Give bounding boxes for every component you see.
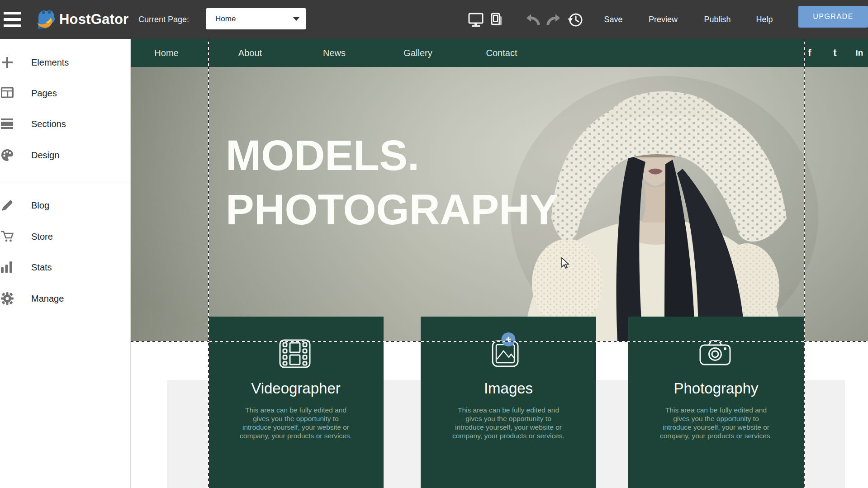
feature-card-videographer[interactable]: Videographer This area can be fully edit… [208,317,384,488]
preview-button[interactable]: Preview [649,0,678,39]
site-nav-gallery[interactable]: Gallery [403,39,432,67]
gear-icon [1,292,14,305]
pencil-icon [1,199,14,212]
card-body: This area can be fully edited and gives … [659,406,773,441]
site-nav-contact[interactable]: Contact [486,39,517,67]
twitter-icon[interactable]: t [833,39,836,67]
site-nav-about[interactable]: About [238,39,262,67]
hero-title-line2: PHOTOGRAPHY [226,183,558,237]
image-plus-icon: + [491,339,526,368]
page-select-value: Home [215,8,236,29]
add-image-badge: + [502,332,516,346]
selection-guide-left [208,39,209,488]
upgrade-button[interactable]: UPGRADE [798,6,868,28]
sidebar-item-elements[interactable]: Elements [0,53,131,72]
feature-card-photography[interactable]: Photography This area can be fully edite… [628,317,804,488]
card-title: Photography [628,380,804,397]
mobile-preview-icon[interactable] [488,11,506,29]
desktop-preview-icon[interactable] [467,11,485,29]
site-nav-news[interactable]: News [323,39,346,67]
editor-sidebar: Elements Pages Sections [0,39,131,488]
pages-icon [1,87,14,99]
bar-chart-icon [1,261,14,273]
hero-section[interactable]: MODELS. PHOTOGRAPHY [131,67,868,341]
plus-icon [1,56,14,69]
undo-icon[interactable] [524,11,542,29]
sidebar-item-stats[interactable]: Stats [0,258,131,277]
sidebar-item-sections[interactable]: Sections [0,114,131,133]
editor-topbar: HostGator Current Page: Home [0,0,868,39]
hostgator-logo: HostGator [34,8,128,31]
card-title: Videographer [208,380,384,397]
gator-icon [34,8,56,31]
save-button[interactable]: Save [604,0,622,39]
feature-card-images[interactable]: + Images This area can be fully edited a… [421,317,596,488]
film-icon [278,339,313,368]
sidebar-item-manage[interactable]: Manage [0,289,131,308]
redo-icon[interactable] [545,11,563,29]
mouse-cursor [561,257,571,269]
site-nav-home[interactable]: Home [154,39,178,67]
app-window: HostGator Current Page: Home [0,0,868,488]
sidebar-item-pages[interactable]: Pages [0,84,131,103]
history-icon[interactable] [566,11,584,29]
site-preview-canvas: Home About News Gallery Contact f t in [131,39,868,488]
site-navbar: Home About News Gallery Contact f t in [131,39,868,67]
selection-guide-bottom [131,341,868,342]
help-button[interactable]: Help [756,0,773,39]
current-page-label: Current Page: [138,0,189,39]
hero-title[interactable]: MODELS. PHOTOGRAPHY [226,128,558,237]
card-body: This area can be fully edited and gives … [238,406,353,441]
linkedin-icon[interactable]: in [856,39,863,67]
chevron-down-icon [293,17,299,21]
sidebar-item-design[interactable]: Design [0,146,131,165]
cart-icon [1,230,14,243]
brand-name: HostGator [59,11,128,28]
card-body: This area can be fully edited and gives … [451,406,566,441]
publish-button[interactable]: Publish [704,0,730,39]
sidebar-item-store[interactable]: Store [0,227,131,246]
hamburger-menu-icon[interactable] [4,11,22,28]
sidebar-item-blog[interactable]: Blog [0,196,131,215]
card-title: Images [421,380,596,397]
camera-icon [698,339,734,368]
page-select-dropdown[interactable]: Home [206,8,306,29]
hero-title-line1: MODELS. [226,128,558,183]
sections-icon [1,118,14,129]
facebook-icon[interactable]: f [808,39,811,67]
sidebar-divider [0,181,131,181]
selection-guide-right [804,39,805,488]
palette-icon [1,149,14,161]
